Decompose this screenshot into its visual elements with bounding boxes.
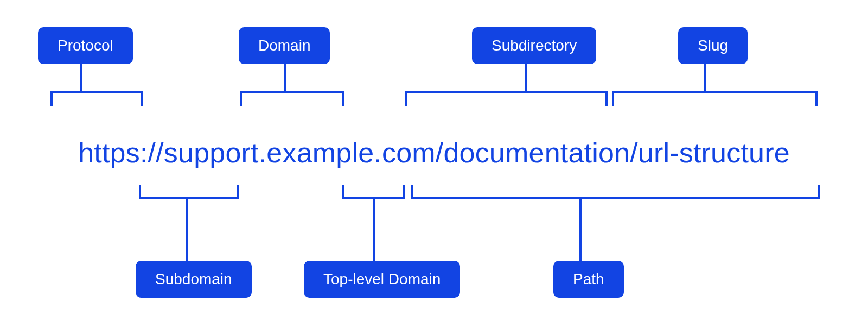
label-protocol: Protocol [38,27,133,64]
url-text: https://support.example.com/documentatio… [0,139,868,167]
label-path: Path [553,261,624,298]
url-anatomy-diagram: Protocol Domain Subdirectory Slug https:… [0,0,868,326]
label-domain: Domain [239,27,330,64]
label-subdirectory: Subdirectory [472,27,596,64]
label-tld: Top-level Domain [304,261,460,298]
label-slug: Slug [678,27,748,64]
label-subdomain: Subdomain [136,261,252,298]
